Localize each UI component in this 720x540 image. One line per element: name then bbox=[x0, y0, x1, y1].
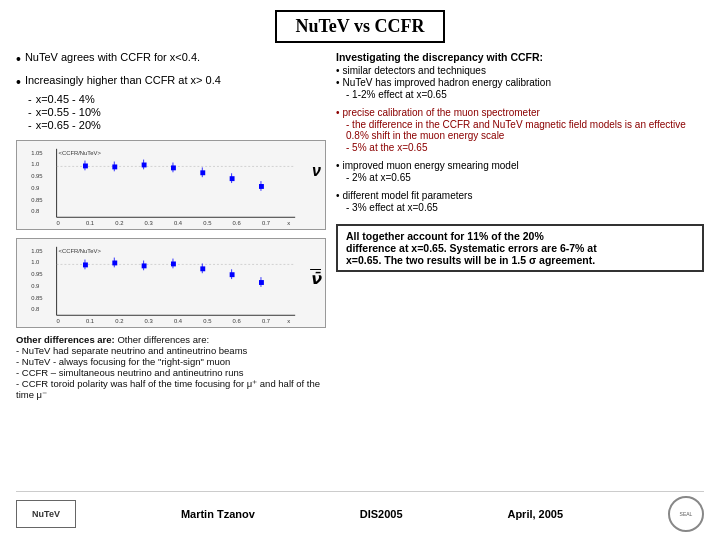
svg-text:x: x bbox=[287, 318, 290, 324]
right-sub-2: - 1-2% effect at x=0.65 bbox=[346, 89, 704, 100]
other-1: - NuTeV had separate neutrino and antine… bbox=[16, 345, 247, 356]
presenter-name: Martin Tzanov bbox=[181, 508, 255, 520]
bullet-section-1: • NuTeV agrees with CCFR for x<0.4. bbox=[16, 51, 326, 70]
svg-text:0.4: 0.4 bbox=[174, 318, 183, 324]
right-sub-4-text: 2% at x=0.65 bbox=[352, 172, 411, 183]
other-3: - CCFR – simultaneous neutrino and antin… bbox=[16, 367, 244, 378]
content-area: • NuTeV agrees with CCFR for x<0.4. • In… bbox=[16, 51, 704, 487]
right-bullet-5: • different model fit parameters bbox=[336, 190, 704, 201]
svg-text:1.05: 1.05 bbox=[31, 149, 43, 155]
right-section-smearing: • improved muon energy smearing model - … bbox=[336, 160, 704, 184]
other-4: - CCFR toroid polarity was half of the t… bbox=[16, 378, 320, 400]
right-bullet-3: • precise calibration of the muon spectr… bbox=[336, 107, 704, 118]
svg-text:0.2: 0.2 bbox=[115, 318, 123, 324]
slide: NuTeV vs CCFR • NuTeV agrees with CCFR f… bbox=[0, 0, 720, 540]
svg-text:1.0: 1.0 bbox=[31, 161, 40, 167]
svg-text:0.85: 0.85 bbox=[31, 294, 43, 300]
right-bullet-5-text: different model fit parameters bbox=[343, 190, 473, 201]
sub-bullet-1: - x=0.45 - 4% bbox=[28, 93, 326, 105]
left-column: • NuTeV agrees with CCFR for x<0.4. • In… bbox=[16, 51, 326, 487]
svg-rect-55 bbox=[171, 261, 176, 266]
svg-rect-57 bbox=[230, 272, 235, 277]
right-bullet-4-text: improved muon energy smearing model bbox=[343, 160, 519, 171]
conference-date: April, 2005 bbox=[507, 508, 563, 520]
logo-text: NuTeV bbox=[32, 509, 60, 519]
svg-text:0.95: 0.95 bbox=[31, 271, 43, 277]
svg-text:1.0: 1.0 bbox=[31, 259, 40, 265]
bullet-dot-2: • bbox=[16, 74, 21, 91]
svg-text:0.9: 0.9 bbox=[31, 282, 39, 288]
svg-rect-23 bbox=[200, 170, 205, 175]
other-title: Other differences are: bbox=[16, 334, 115, 345]
sub-1-text: x=0.45 - 4% bbox=[36, 93, 95, 105]
svg-text:x: x bbox=[287, 220, 290, 226]
svg-rect-22 bbox=[171, 165, 176, 170]
right-bullet-2: • NuTeV has improved hadron energy calib… bbox=[336, 77, 704, 88]
bullet-dot-1: • bbox=[16, 51, 21, 68]
svg-text:0.95: 0.95 bbox=[31, 173, 43, 179]
institution-seal: SEAL bbox=[668, 496, 704, 532]
right-section-model: • different model fit parameters - 3% ef… bbox=[336, 190, 704, 214]
right-section-investigating: Investigating the discrepancy with CCFR:… bbox=[336, 51, 704, 101]
right-sub-5: - 3% effect at x=0.65 bbox=[346, 202, 704, 213]
nu-label: ν bbox=[312, 162, 321, 180]
highlight-line2: difference at x=0.65. Systematic errors … bbox=[346, 242, 597, 254]
svg-text:0: 0 bbox=[57, 318, 61, 324]
bullet-2: • Increasingly higher than CCFR at x> 0.… bbox=[16, 74, 326, 91]
right-sub-3a: - the difference in the CCFR and NuTeV m… bbox=[346, 119, 704, 141]
bullet-1: • NuTeV agrees with CCFR for x<0.4. bbox=[16, 51, 326, 68]
svg-text:0.85: 0.85 bbox=[31, 196, 43, 202]
svg-text:0.2: 0.2 bbox=[115, 220, 123, 226]
right-bullet-3-text: precise calibration of the muon spectrom… bbox=[343, 107, 540, 118]
right-sub-4: - 2% at x=0.65 bbox=[346, 172, 704, 183]
svg-text:0.3: 0.3 bbox=[145, 318, 153, 324]
chart-nu-svg: 1.05 1.0 0.95 0.9 0.85 0.8 0 0.1 0.2 0.3… bbox=[17, 141, 325, 229]
right-bullet-4: • improved muon energy smearing model bbox=[336, 160, 704, 171]
nutev-logo: NuTeV bbox=[16, 500, 76, 528]
svg-text:0.7: 0.7 bbox=[262, 220, 270, 226]
highlight-box: All together account for 11% of the 20% … bbox=[336, 224, 704, 272]
svg-rect-25 bbox=[259, 184, 264, 189]
chart-nubar-svg: 1.05 1.0 0.95 0.9 0.85 0.8 0 0.1 0.2 0.3… bbox=[17, 239, 325, 327]
investigating-title: Investigating the discrepancy with CCFR: bbox=[336, 51, 704, 63]
right-sub-5-text: 3% effect at x=0.65 bbox=[352, 202, 438, 213]
highlight-line1: All together account for 11% of the 20% bbox=[346, 230, 544, 242]
bullet-1-text: NuTeV agrees with CCFR for x<0.4. bbox=[25, 51, 200, 63]
svg-text:1.05: 1.05 bbox=[31, 247, 43, 253]
svg-rect-54 bbox=[142, 263, 147, 268]
chart-nu: 1.05 1.0 0.95 0.9 0.85 0.8 0 0.1 0.2 0.3… bbox=[16, 140, 326, 230]
chart-nubar: 1.05 1.0 0.95 0.9 0.85 0.8 0 0.1 0.2 0.3… bbox=[16, 238, 326, 328]
svg-rect-52 bbox=[83, 262, 88, 267]
right-bullet-2-text: NuTeV has improved hadron energy calibra… bbox=[343, 77, 551, 88]
footer: NuTeV Martin Tzanov DIS2005 April, 2005 … bbox=[16, 491, 704, 532]
svg-text:0: 0 bbox=[57, 220, 61, 226]
svg-text:0.5: 0.5 bbox=[203, 220, 212, 226]
sub-bullet-3: - x=0.65 - 20% bbox=[28, 119, 326, 131]
svg-rect-21 bbox=[142, 162, 147, 167]
svg-rect-53 bbox=[112, 260, 117, 265]
other-2: - NuTeV - always focusing for the "right… bbox=[16, 356, 230, 367]
right-sub-3a-text: the difference in the CCFR and NuTeV mag… bbox=[346, 119, 686, 141]
svg-text:0.3: 0.3 bbox=[145, 220, 153, 226]
svg-rect-19 bbox=[83, 163, 88, 168]
svg-rect-58 bbox=[259, 280, 264, 285]
svg-rect-20 bbox=[112, 164, 117, 169]
conference-name: DIS2005 bbox=[360, 508, 403, 520]
right-column: Investigating the discrepancy with CCFR:… bbox=[336, 51, 704, 487]
svg-text:0.6: 0.6 bbox=[233, 220, 241, 226]
bullet-2-text: Increasingly higher than CCFR at x> 0.4 bbox=[25, 74, 221, 86]
highlight-line3: x=0.65. The two results will be in 1.5 σ… bbox=[346, 254, 595, 266]
svg-text:0.8: 0.8 bbox=[31, 208, 39, 214]
svg-text:<CCFR/NuTeV>: <CCFR/NuTeV> bbox=[59, 247, 102, 253]
bullet-section-2: • Increasingly higher than CCFR at x> 0.… bbox=[16, 74, 326, 132]
other-title-text: Other differences are: bbox=[117, 334, 209, 345]
other-differences: Other differences are: Other differences… bbox=[16, 334, 326, 400]
svg-text:0.5: 0.5 bbox=[203, 318, 212, 324]
right-bullet-1-text: similar detectors and techniques bbox=[343, 65, 486, 76]
svg-rect-56 bbox=[200, 266, 205, 271]
svg-text:0.1: 0.1 bbox=[86, 318, 94, 324]
right-section-muon: • precise calibration of the muon spectr… bbox=[336, 107, 704, 154]
sub-bullet-2: - x=0.55 - 10% bbox=[28, 106, 326, 118]
svg-text:0.7: 0.7 bbox=[262, 318, 270, 324]
right-sub-3b: - 5% at the x=0.65 bbox=[346, 142, 704, 153]
